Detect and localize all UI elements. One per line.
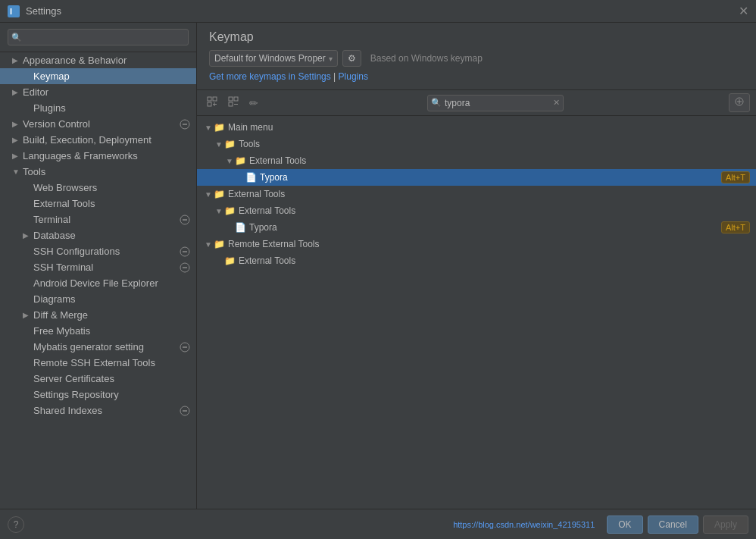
kt-typora-1[interactable]: 📄 Typora Alt+T — [197, 169, 756, 186]
toolbar-left: ✏ — [203, 94, 262, 111]
sidebar-item-label: Settings Repository — [33, 389, 190, 400]
sidebar-item-label: Terminal — [33, 214, 180, 225]
kt-main-menu[interactable]: ▼ 📁 Main menu — [197, 119, 756, 136]
arrow-icon: ▶ — [23, 311, 33, 319]
sidebar-item-plugins[interactable]: Plugins — [0, 100, 196, 116]
sidebar-item-label: Tools — [23, 166, 190, 177]
sidebar-item-shared-indexes[interactable]: Shared Indexes — [0, 403, 196, 418]
kt-typora-2[interactable]: 📄 Typora Alt+T — [197, 219, 756, 236]
arrow-icon: ▼ — [203, 190, 214, 199]
sidebar-item-web-browsers[interactable]: Web Browsers — [0, 180, 196, 196]
browse-shortcuts-button[interactable] — [729, 93, 750, 112]
title-bar: I Settings ✕ — [0, 0, 756, 23]
sidebar-item-editor[interactable]: ▶ Editor — [0, 84, 196, 100]
sidebar-item-external-tools[interactable]: External Tools — [0, 196, 196, 212]
sidebar-item-free-mybatis[interactable]: Free Mybatis — [0, 323, 196, 339]
badge-icon — [180, 215, 190, 225]
apply-button[interactable]: Apply — [703, 515, 748, 534]
settings-window: I Settings ✕ 🔍 ▶ Appearance & Behavior — [0, 0, 756, 539]
expand-all-button[interactable] — [203, 94, 221, 111]
keymap-search-wrapper: 🔍 ✕ — [427, 95, 564, 111]
gear-button[interactable]: ⚙ — [342, 50, 361, 67]
sidebar-item-label: SSH Terminal — [33, 262, 180, 273]
sidebar-item-label: Plugins — [33, 102, 190, 114]
keymap-scheme-dropdown[interactable]: Default for Windows Proper ▾ — [209, 50, 338, 67]
right-panel: Keymap Default for Windows Proper ▾ ⚙ Ba… — [197, 23, 756, 509]
sidebar-item-label: Keymap — [33, 71, 190, 82]
plugins-link[interactable]: Plugins — [339, 71, 368, 82]
footer-right: https://blog.csdn.net/weixin_42195311 OK… — [453, 515, 748, 534]
svg-rect-21 — [229, 102, 233, 106]
footer-left: ? — [8, 516, 24, 533]
arrow-icon: ▶ — [12, 88, 23, 96]
keymap-toolbar: Default for Windows Proper ▾ ⚙ Based on … — [209, 50, 744, 67]
help-button[interactable]: ? — [8, 516, 24, 533]
arrow-icon: ▶ — [23, 231, 33, 240]
kt-external-tools-group[interactable]: ▼ 📁 External Tools — [197, 186, 756, 202]
sidebar-item-diff-merge[interactable]: ▶ Diff & Merge — [0, 307, 196, 323]
arrow-icon: ▶ — [12, 120, 23, 128]
edit-shortcut-button[interactable]: ✏ — [245, 94, 262, 111]
sidebar-item-android[interactable]: Android Device File Explorer — [0, 275, 196, 291]
svg-rect-20 — [234, 97, 238, 101]
sidebar-item-mybatis-gen[interactable]: Mybatis generator setting — [0, 339, 196, 355]
kt-external-tools-remote[interactable]: 📁 External Tools — [197, 252, 756, 269]
keymap-search-input[interactable] — [427, 95, 564, 111]
sidebar-item-ssh-terminal[interactable]: SSH Terminal — [0, 259, 196, 275]
based-on-text: Based on Windows keymap — [370, 53, 483, 64]
sidebar-item-version-control[interactable]: ▶ Version Control — [0, 116, 196, 132]
sidebar-item-languages[interactable]: ▶ Languages & Frameworks — [0, 148, 196, 164]
content-area: ✏ 🔍 ✕ — [197, 90, 756, 509]
kt-item-label: Tools — [239, 139, 750, 149]
folder-icon: 📁 — [224, 205, 236, 216]
sidebar-item-database[interactable]: ▶ Database — [0, 227, 196, 243]
arrow-icon: ▶ — [12, 136, 23, 144]
folder-icon: 📁 — [214, 189, 225, 199]
sidebar-item-build[interactable]: ▶ Build, Execution, Deployment — [0, 132, 196, 148]
sidebar-item-terminal[interactable]: Terminal — [0, 212, 196, 227]
kt-tools-1[interactable]: ▼ 📁 Tools — [197, 136, 756, 152]
kt-external-tools-1[interactable]: ▼ 📁 External Tools — [197, 152, 756, 169]
sidebar-item-label: Server Certificates — [33, 373, 190, 384]
badge-icon — [180, 246, 190, 257]
svg-text:I: I — [10, 7, 12, 16]
sidebar-item-keymap[interactable]: Keymap — [0, 68, 196, 84]
arrow-icon: ▼ — [203, 240, 214, 249]
sidebar: 🔍 ▶ Appearance & Behavior Keymap ▶ — [0, 23, 197, 509]
cancel-button[interactable]: Cancel — [648, 515, 698, 534]
close-button[interactable]: ✕ — [739, 5, 748, 17]
folder-icon: 📄 — [245, 172, 257, 183]
folder-icon: 📁 — [224, 139, 236, 149]
sidebar-item-settings-repo[interactable]: Settings Repository — [0, 387, 196, 403]
collapse-all-button[interactable] — [224, 94, 242, 111]
panel-header: Keymap Default for Windows Proper ▾ ⚙ Ba… — [197, 23, 756, 90]
ok-button[interactable]: OK — [607, 515, 642, 534]
kt-item-label: Main menu — [228, 122, 750, 133]
kt-remote-external-tools[interactable]: ▼ 📁 Remote External Tools — [197, 236, 756, 252]
sidebar-item-label: Free Mybatis — [33, 325, 190, 337]
kt-external-tools-sub[interactable]: ▼ 📁 External Tools — [197, 202, 756, 219]
get-more-keymaps-link[interactable]: Get more keymaps in Settings — [209, 71, 331, 82]
sidebar-item-diagrams[interactable]: Diagrams — [0, 291, 196, 307]
kt-item-label: External Tools — [239, 255, 750, 266]
sidebar-item-server-certs[interactable]: Server Certificates — [0, 371, 196, 387]
keymap-links: Get more keymaps in Settings | Plugins — [209, 71, 744, 82]
sidebar-item-label: SSH Configurations — [33, 246, 180, 257]
sidebar-item-tools[interactable]: ▼ Tools — [0, 164, 196, 180]
svg-rect-15 — [213, 97, 217, 101]
clear-search-icon[interactable]: ✕ — [553, 98, 560, 108]
sidebar-item-label: Diff & Merge — [33, 309, 190, 321]
search-wrapper: 🔍 — [8, 29, 189, 45]
sidebar-item-ssh-config[interactable]: SSH Configurations — [0, 243, 196, 259]
sidebar-item-label: Database — [33, 230, 190, 241]
content-toolbar: ✏ 🔍 ✕ — [197, 90, 756, 116]
sidebar-item-label: Web Browsers — [33, 182, 190, 193]
sidebar-item-appearance[interactable]: ▶ Appearance & Behavior — [0, 52, 196, 68]
arrow-icon: ▼ — [214, 140, 224, 149]
sidebar-search-input[interactable] — [8, 29, 189, 45]
kt-item-label: External Tools — [239, 205, 750, 216]
sidebar-item-remote-ssh[interactable]: Remote SSH External Tools — [0, 355, 196, 371]
sidebar-item-label: Version Control — [23, 118, 180, 130]
sidebar-item-label: Mybatis generator setting — [33, 341, 180, 353]
sidebar-item-label: External Tools — [33, 198, 190, 209]
